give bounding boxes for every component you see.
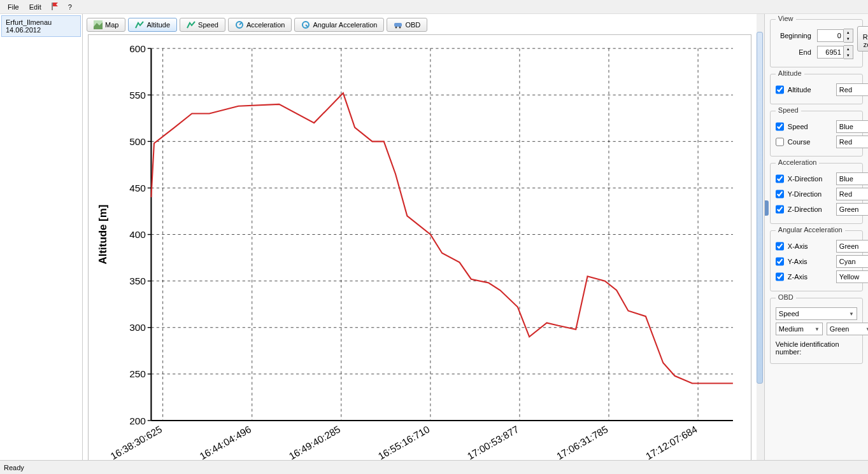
svg-point-5	[395, 27, 397, 29]
beginning-label: Beginning	[776, 32, 811, 39]
group-title: Acceleration	[776, 158, 820, 166]
svg-text:250: 250	[129, 368, 146, 379]
center-scrollbar[interactable]	[757, 32, 763, 384]
field-label: Y-Axis	[788, 258, 832, 265]
field-label: Y-Direction	[788, 190, 832, 198]
group-title: OBD	[776, 293, 796, 301]
field-label: Course	[788, 138, 832, 146]
obd-color-select[interactable]: Green▼	[827, 323, 868, 335]
spin-down-icon[interactable]: ▼	[844, 52, 853, 59]
tab-angular-acceleration[interactable]: Angular Acceleration	[294, 18, 384, 32]
angaccel-z-color-select[interactable]: Yellow▼	[836, 270, 868, 283]
angaccel-x-checkbox[interactable]	[776, 242, 784, 251]
tab-altitude[interactable]: Altitude	[128, 18, 177, 32]
svg-text:550: 550	[129, 90, 146, 101]
svg-rect-0	[52, 3, 53, 10]
group-altitude: Altitude AltitudeRed▼Thin▼	[770, 74, 863, 104]
svg-point-6	[399, 27, 401, 29]
tab-obd[interactable]: OBD	[387, 18, 427, 32]
tab-label: Speed	[198, 21, 218, 29]
spin-down-icon[interactable]: ▼	[844, 36, 853, 42]
end-spinner[interactable]: ▲▼	[817, 45, 853, 59]
svg-text:500: 500	[129, 136, 146, 147]
spin-up-icon[interactable]: ▲	[844, 29, 853, 36]
accel-z-checkbox[interactable]	[776, 205, 784, 214]
accel-y-color-select[interactable]: Red▼	[836, 188, 868, 200]
svg-text:17:00:53:877: 17:00:53:877	[466, 424, 521, 460]
svg-text:16:55:16:710: 16:55:16:710	[376, 424, 432, 460]
tab-label: OBD	[405, 21, 420, 29]
vin-label: Vehicle identification number:	[776, 340, 857, 356]
group-title: Altitude	[776, 69, 804, 77]
svg-text:16:38:30:625: 16:38:30:625	[109, 424, 164, 460]
group-obd: OBD Speed▼ Medium▼Green▼ Vehicle identif…	[770, 298, 863, 364]
angaccel-y-checkbox[interactable]	[776, 257, 784, 266]
angaccel-x-color-select[interactable]: Green▼	[836, 240, 868, 253]
menu-file[interactable]: File	[3, 2, 24, 12]
chevron-down-icon: ▼	[865, 326, 868, 332]
obd-param-select[interactable]: Speed▼	[776, 307, 857, 320]
tab-label: Altitude	[146, 21, 170, 29]
group-speed: Speed SpeedBlue▼Thin▼ CourseRed▼Medium▼	[770, 111, 863, 157]
field-label: X-Direction	[788, 175, 832, 183]
svg-rect-4	[394, 23, 402, 27]
spin-up-icon[interactable]: ▲	[844, 46, 853, 52]
obd-weight-select[interactable]: Medium▼	[776, 323, 823, 335]
altitude-chart[interactable]: 20025030035040045050055060016:38:30:6251…	[88, 34, 751, 460]
speed-color-select[interactable]: Blue▼	[836, 120, 868, 133]
group-title: View	[776, 15, 796, 22]
group-view: View Beginning ▲▼ End ▲▼ Reset zoom Rese…	[770, 19, 863, 67]
button-label: Reset zoom	[863, 33, 868, 48]
end-label: End	[776, 48, 811, 56]
group-title: Speed	[776, 106, 801, 114]
svg-text:17:06:31:785: 17:06:31:785	[555, 424, 610, 460]
svg-text:350: 350	[129, 275, 146, 286]
tree-item[interactable]: Erfurt_Ilmenau 14.06.2012	[1, 15, 81, 37]
svg-text:16:49:40:285: 16:49:40:285	[287, 424, 343, 460]
accel-y-checkbox[interactable]	[776, 190, 784, 199]
svg-text:400: 400	[129, 229, 146, 240]
svg-text:600: 600	[129, 43, 146, 54]
course-color-select[interactable]: Red▼	[836, 136, 868, 148]
tab-bar: Map Altitude Speed Acceleration Angular …	[83, 14, 757, 34]
group-title: Angular Acceleration	[776, 226, 845, 234]
svg-text:450: 450	[129, 183, 146, 193]
accel-z-color-select[interactable]: Green▼	[836, 203, 868, 216]
accel-x-color-select[interactable]: Blue▼	[836, 172, 868, 185]
field-label: Speed	[788, 123, 832, 130]
chevron-down-icon: ▼	[849, 311, 854, 317]
course-checkbox[interactable]	[776, 137, 784, 146]
angaccel-y-color-select[interactable]: Cyan▼	[836, 255, 868, 268]
svg-text:17:12:07:684: 17:12:07:684	[644, 424, 699, 460]
tab-map[interactable]: Map	[87, 18, 125, 32]
svg-text:Altitude [m]: Altitude [m]	[97, 205, 109, 265]
statusbar: Ready	[0, 460, 868, 474]
field-label: Z-Direction	[788, 206, 832, 213]
group-acceleration: Acceleration X-DirectionBlue▼Thin▼ Y-Dir…	[770, 163, 863, 224]
field-label: X-Axis	[788, 242, 832, 250]
svg-text:16:44:04:496: 16:44:04:496	[198, 424, 253, 460]
svg-text:200: 200	[129, 415, 146, 426]
group-angular-acceleration: Angular Acceleration X-AxisGreen▼Medium▼…	[770, 230, 863, 291]
menu-help[interactable]: ?	[63, 2, 77, 12]
chevron-down-icon: ▼	[815, 326, 820, 332]
tab-acceleration[interactable]: Acceleration	[228, 18, 292, 32]
settings-panel: View Beginning ▲▼ End ▲▼ Reset zoom Rese…	[764, 14, 868, 460]
tab-speed[interactable]: Speed	[180, 18, 225, 32]
tab-label: Acceleration	[246, 21, 285, 29]
status-text: Ready	[4, 464, 24, 471]
beginning-spinner[interactable]: ▲▼	[817, 29, 853, 43]
field-label: Z-Axis	[788, 273, 832, 281]
project-tree: Erfurt_Ilmenau 14.06.2012	[0, 14, 83, 460]
svg-text:300: 300	[129, 322, 146, 333]
speed-checkbox[interactable]	[776, 122, 784, 131]
angaccel-z-checkbox[interactable]	[776, 272, 784, 281]
altitude-color-select[interactable]: Red▼	[836, 83, 868, 96]
accel-x-checkbox[interactable]	[776, 174, 784, 183]
reset-zoom-button[interactable]: Reset zoom	[857, 26, 868, 52]
menubar: File Edit ?	[0, 0, 868, 14]
flag-icon[interactable]	[46, 2, 63, 12]
altitude-checkbox[interactable]	[776, 85, 784, 94]
menu-edit[interactable]: Edit	[24, 2, 46, 12]
tab-label: Angular Acceleration	[313, 21, 377, 29]
